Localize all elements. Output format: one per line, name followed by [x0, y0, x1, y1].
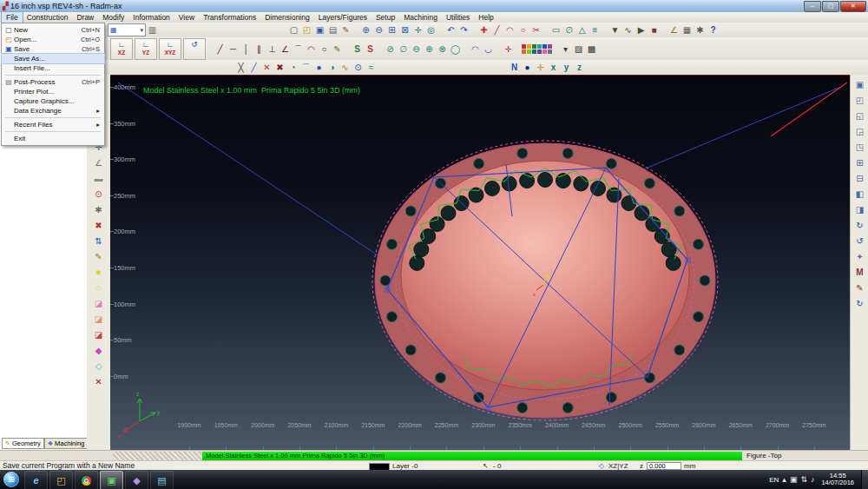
z-coordinate-input[interactable]	[647, 462, 681, 470]
file-menu-item-recent-files[interactable]: Recent Files▸	[2, 120, 104, 129]
pattern-dropdown-icon[interactable]: ▾	[559, 43, 572, 56]
new-file-icon[interactable]: ▢	[287, 23, 300, 36]
center-point-icon[interactable]: ⊙	[352, 61, 365, 74]
cross-marker-icon[interactable]: ✛	[502, 43, 515, 56]
menu-utilities[interactable]: Utilities	[442, 12, 474, 23]
delete-icon[interactable]: ✖	[92, 219, 106, 233]
file-menu-item-save-as[interactable]: Save As...	[2, 54, 104, 63]
language-indicator[interactable]: EN	[769, 476, 779, 484]
spline-red-icon[interactable]: S	[364, 43, 377, 56]
settings-icon[interactable]: ✱	[92, 203, 106, 217]
ie-icon[interactable]: e	[24, 471, 48, 489]
file-menu-item-open[interactable]: ◰Open...Ctrl+O	[2, 35, 104, 44]
tab-machining[interactable]: ❖Machining	[44, 438, 88, 449]
eraser-salmon-icon[interactable]: ◪	[92, 313, 106, 327]
ellipse-full-icon[interactable]: ⊘	[384, 43, 397, 56]
sketch-line-icon[interactable]: ╱	[214, 43, 227, 56]
line-icon[interactable]: ╱	[490, 23, 503, 36]
eraser-red-icon[interactable]: ◪	[92, 328, 106, 342]
file-menu-item-post-process[interactable]: ▤Post-ProcessCtrl+P	[2, 77, 104, 87]
file-menu-item-new[interactable]: ▢NewCtrl+N	[2, 25, 104, 35]
help-icon[interactable]: ?	[707, 23, 720, 36]
axis-z-icon[interactable]: z	[573, 61, 586, 74]
explorer-icon[interactable]: ◰	[49, 471, 73, 489]
ellipse-minor-icon[interactable]: ⊖	[410, 43, 423, 56]
view-front-icon[interactable]: ◱	[853, 109, 867, 123]
highlight-icon[interactable]: ✦	[853, 250, 867, 264]
action-center-icon[interactable]: ▣	[790, 475, 798, 484]
tray-expand-icon[interactable]: ▴	[782, 475, 786, 484]
options-icon[interactable]: ✱	[694, 23, 707, 36]
angle-line-icon[interactable]: ∠	[279, 43, 292, 56]
view-button-xyz[interactable]: ∟XYZ	[159, 38, 181, 60]
parallel-line-icon[interactable]: ∥	[253, 43, 266, 56]
pencil-icon[interactable]: ✎	[331, 43, 344, 56]
circle-large-icon[interactable]: ◯	[449, 43, 462, 56]
view-button-yz[interactable]: ∟YZ	[135, 38, 157, 60]
simulate-icon[interactable]: ▶	[635, 23, 648, 36]
tangent-arc-icon[interactable]: ◠	[305, 43, 318, 56]
plot-icon[interactable]: ✎	[339, 23, 352, 36]
menu-transformations[interactable]: Transformations	[199, 12, 260, 23]
arc-segment-icon[interactable]: ◔	[286, 61, 299, 74]
smooth-icon[interactable]: ≈	[365, 61, 378, 74]
zoom-window-icon[interactable]: ⊞	[385, 23, 398, 36]
measure-angle-icon[interactable]: ∠	[92, 156, 106, 170]
eraser-pink-icon[interactable]: ◪	[92, 297, 106, 311]
menu-machining[interactable]: Machining	[399, 12, 442, 23]
file-menu-item-printer-plot[interactable]: Printer Plot...	[2, 87, 104, 96]
refresh-icon[interactable]: ↻	[853, 297, 867, 311]
menu-layers-figures[interactable]: Layers/Figures	[314, 12, 372, 23]
pan-icon[interactable]: ✛	[411, 23, 424, 36]
ruler-icon[interactable]: ▬	[92, 172, 106, 186]
menu-information[interactable]: Information	[128, 12, 174, 23]
open-file-icon[interactable]: ◰	[300, 23, 313, 36]
menu-setup[interactable]: Setup	[372, 12, 399, 23]
edit-view-icon[interactable]: ✎	[853, 281, 867, 295]
file-menu-item-insert-file[interactable]: Insert File...	[2, 63, 104, 73]
arc-icon[interactable]: ◠	[503, 23, 516, 36]
wave-icon[interactable]: ∿	[339, 61, 352, 74]
diamond-cyan-icon[interactable]: ◇	[92, 360, 106, 373]
stop-icon[interactable]: ■	[648, 23, 661, 36]
zoom-extents-icon[interactable]: ⊠	[398, 23, 411, 36]
menu-draw[interactable]: Draw	[72, 12, 98, 23]
menu-help[interactable]: Help	[474, 12, 497, 23]
menu-view[interactable]: View	[174, 12, 199, 23]
app-teal-icon[interactable]: ▤	[150, 471, 174, 489]
arc-lower-icon[interactable]: ◡	[482, 43, 495, 56]
axis-origin-icon[interactable]: ✛	[534, 61, 547, 74]
menu-construction[interactable]: Construction	[23, 12, 73, 23]
rotate-cw-icon[interactable]: ↻	[853, 219, 867, 233]
close-button[interactable]: ✕	[840, 1, 866, 12]
rectangle-icon[interactable]: ▭	[549, 23, 562, 36]
color-palette[interactable]	[522, 44, 552, 54]
redo-icon[interactable]: ↷	[457, 23, 470, 36]
zoom-previous-icon[interactable]: ⊟	[853, 172, 867, 186]
vertical-line-icon[interactable]: │	[240, 43, 253, 56]
redraw-icon[interactable]: ◎	[424, 23, 437, 36]
point-icon[interactable]: ✚	[477, 23, 490, 36]
menu-dimensioning[interactable]: Dimensioning	[260, 12, 314, 23]
split-vertical-icon[interactable]: ◨	[853, 203, 867, 217]
diamond-magenta-icon[interactable]: ◆	[92, 344, 106, 358]
star-icon[interactable]: ★	[92, 266, 106, 280]
viewport[interactable]: x z y x 400mm350mm300mm250mm200mm150mm10…	[110, 75, 850, 451]
view-top-icon[interactable]: ◰	[853, 94, 867, 108]
offset-icon[interactable]: ≡	[589, 23, 602, 36]
perpendicular-icon[interactable]: ⊥	[266, 43, 279, 56]
split-horizontal-icon[interactable]: ◧	[853, 188, 867, 202]
view-iso-icon[interactable]: ▣	[853, 78, 867, 92]
arc-chord-icon[interactable]: ⌒	[299, 61, 312, 74]
circle-icon[interactable]: ○	[516, 23, 529, 36]
show-desktop-button[interactable]	[861, 470, 868, 489]
file-menu-item-save[interactable]: ▣SaveCtrl+S	[2, 44, 104, 54]
star-outline-icon[interactable]: ☆	[92, 281, 106, 295]
ellipse-rotated-icon[interactable]: ⊗	[436, 43, 449, 56]
snap-intersection-icon[interactable]: ╳	[234, 61, 247, 74]
tool-icon[interactable]: ▼	[608, 23, 621, 36]
network-icon[interactable]: ⇅	[800, 475, 807, 484]
ellipse-open-icon[interactable]: ∅	[397, 43, 410, 56]
ellipse-major-icon[interactable]: ⊕	[423, 43, 436, 56]
arc-upper-icon[interactable]: ◠	[469, 43, 482, 56]
